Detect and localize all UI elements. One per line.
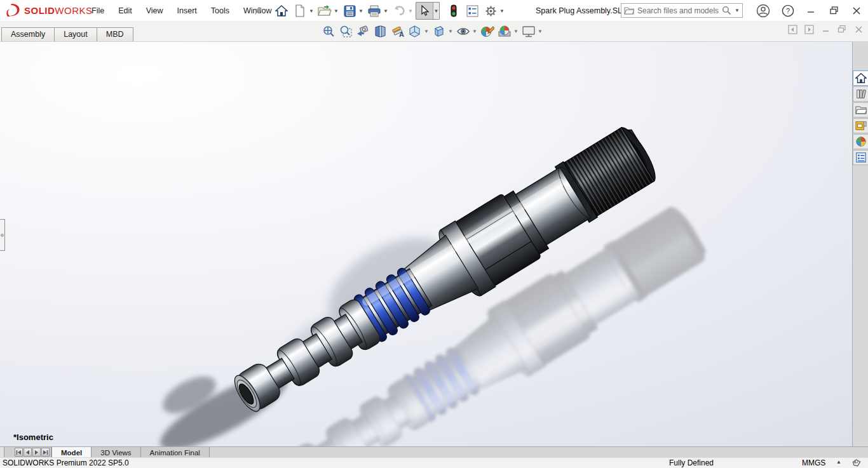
tags-icon[interactable] bbox=[851, 458, 862, 468]
window-controls: ? bbox=[776, 0, 868, 21]
save-button[interactable] bbox=[341, 2, 358, 20]
first-sheet-button[interactable] bbox=[15, 448, 23, 457]
apply-scene-icon[interactable] bbox=[496, 23, 512, 39]
select-cursor-icon[interactable] bbox=[416, 2, 433, 20]
open-dropdown[interactable]: ▼ bbox=[333, 2, 339, 20]
bottom-tab-bar: Model 3D Views Animation Final bbox=[0, 446, 868, 457]
new-document-dropdown[interactable]: ▼ bbox=[308, 2, 315, 20]
taskpane-design-library-icon[interactable] bbox=[853, 86, 868, 102]
new-document-button[interactable] bbox=[292, 2, 308, 20]
display-style-dropdown[interactable]: ▼ bbox=[448, 29, 454, 34]
headsup-view-toolbar: A ▼ ▼ ▼ ▼ ▼ bbox=[321, 23, 543, 39]
select-tool-pressed[interactable]: ▼ bbox=[416, 2, 440, 20]
dynamic-annotation-views-icon[interactable]: A bbox=[390, 23, 405, 39]
pin-menu-icon[interactable] bbox=[251, 4, 265, 18]
edit-appearance-icon[interactable] bbox=[479, 23, 495, 39]
tab-assembly[interactable]: Assembly bbox=[1, 27, 55, 41]
constraint-status-text: Fully Defined bbox=[669, 458, 714, 467]
svg-text:A: A bbox=[399, 30, 404, 38]
select-dropdown[interactable]: ▼ bbox=[433, 3, 439, 19]
taskpane-home-icon[interactable] bbox=[853, 70, 868, 86]
section-view-icon[interactable] bbox=[372, 23, 388, 39]
search-input[interactable] bbox=[637, 6, 719, 15]
view-orientation-icon[interactable] bbox=[407, 23, 423, 39]
tile-left-icon[interactable] bbox=[787, 23, 798, 35]
command-manager-row: Assembly Layout MBD A ▼ ▼ ▼ bbox=[0, 21, 868, 42]
doc-restore-icon[interactable] bbox=[836, 23, 848, 35]
zoom-to-area-icon[interactable] bbox=[338, 23, 354, 39]
close-button[interactable] bbox=[845, 0, 868, 21]
next-sheet-button[interactable] bbox=[32, 448, 41, 457]
feature-tree-collapsed-handle[interactable] bbox=[0, 219, 5, 251]
main-toolbar: ▼ ▼ ▼ ▼ ▼ ▼ ▼ bbox=[273, 1, 507, 20]
spark-plug-3d-model[interactable] bbox=[0, 42, 868, 446]
units-selector[interactable]: MMGS bbox=[802, 458, 825, 467]
last-sheet-button[interactable] bbox=[41, 448, 50, 457]
sheet-nav-buttons bbox=[4, 447, 51, 457]
evaluate-list-icon[interactable] bbox=[464, 2, 480, 20]
menu-bar: File Edit View Insert Tools Window bbox=[85, 0, 279, 21]
menu-insert[interactable]: Insert bbox=[170, 0, 204, 21]
home-button[interactable] bbox=[273, 2, 290, 20]
display-style-icon[interactable] bbox=[431, 23, 447, 39]
search-dropdown[interactable]: ▼ bbox=[735, 2, 740, 20]
search-icon[interactable] bbox=[722, 6, 731, 15]
previous-sheet-button[interactable] bbox=[24, 448, 32, 457]
search-folder-icon bbox=[624, 6, 634, 15]
doc-close-icon[interactable] bbox=[853, 23, 864, 35]
graphics-viewport[interactable]: *Isometric bbox=[0, 42, 868, 446]
undo-dropdown[interactable]: ▼ bbox=[407, 2, 414, 20]
tab-splitter-handle[interactable] bbox=[0, 447, 4, 457]
rebuild-traffic-light-icon[interactable] bbox=[445, 2, 462, 20]
print-dropdown[interactable]: ▼ bbox=[383, 2, 389, 20]
tab-model[interactable]: Model bbox=[51, 447, 92, 457]
view-orientation-dropdown[interactable]: ▼ bbox=[424, 29, 430, 34]
view-settings-dropdown[interactable]: ▼ bbox=[538, 29, 543, 34]
help-icon[interactable]: ? bbox=[776, 0, 799, 21]
title-bar: SOLIDWORKS File Edit View Insert Tools W… bbox=[0, 0, 868, 21]
view-orientation-label: *Isometric bbox=[13, 432, 53, 442]
print-button[interactable] bbox=[366, 2, 383, 20]
document-window-controls bbox=[787, 23, 864, 35]
units-dropdown-icon[interactable]: ▲ bbox=[836, 459, 841, 465]
status-bar: SOLIDWORKS Premium 2022 SP5.0 Fully Defi… bbox=[0, 457, 868, 468]
product-version-text: SOLIDWORKS Premium 2022 SP5.0 bbox=[3, 458, 129, 467]
apply-scene-dropdown[interactable]: ▼ bbox=[513, 29, 519, 34]
minimize-button[interactable] bbox=[799, 0, 822, 21]
zoom-to-fit-icon[interactable] bbox=[321, 23, 337, 39]
document-title: Spark Plug Assembly.SL... bbox=[536, 0, 628, 21]
tab-layout[interactable]: Layout bbox=[54, 27, 97, 41]
user-account-icon[interactable] bbox=[756, 4, 770, 18]
view-settings-icon[interactable] bbox=[520, 23, 536, 39]
search-box[interactable]: ▼ bbox=[621, 3, 743, 18]
options-dropdown[interactable]: ▼ bbox=[499, 2, 505, 20]
ds-swoosh-icon bbox=[5, 3, 22, 18]
taskpane-view-palette-icon[interactable] bbox=[853, 118, 868, 133]
task-pane bbox=[852, 42, 868, 446]
brand-text: SOLIDWORKS bbox=[24, 5, 93, 16]
command-manager-tabs: Assembly Layout MBD bbox=[1, 27, 133, 41]
solidworks-logo: SOLIDWORKS bbox=[5, 3, 93, 18]
taskpane-file-explorer-icon[interactable] bbox=[853, 102, 868, 117]
previous-view-icon[interactable] bbox=[355, 23, 371, 39]
svg-text:?: ? bbox=[786, 7, 790, 15]
hide-show-dropdown[interactable]: ▼ bbox=[472, 29, 478, 34]
tab-3d-views[interactable]: 3D Views bbox=[92, 447, 140, 457]
open-button[interactable] bbox=[316, 2, 333, 20]
options-gear-icon[interactable] bbox=[482, 2, 499, 20]
tab-animation-final[interactable]: Animation Final bbox=[141, 447, 210, 457]
menu-tools[interactable]: Tools bbox=[204, 0, 236, 21]
save-dropdown[interactable]: ▼ bbox=[358, 2, 364, 20]
menu-file[interactable]: File bbox=[85, 0, 111, 21]
hide-show-items-icon[interactable] bbox=[455, 23, 471, 39]
tab-mbd[interactable]: MBD bbox=[97, 27, 133, 41]
taskpane-custom-properties-icon[interactable] bbox=[853, 150, 868, 165]
taskpane-appearances-icon[interactable] bbox=[853, 134, 868, 149]
restore-button[interactable] bbox=[822, 0, 845, 21]
tile-right-icon[interactable] bbox=[803, 23, 815, 35]
undo-button[interactable] bbox=[391, 2, 407, 20]
menu-view[interactable]: View bbox=[139, 0, 170, 21]
handle-dot bbox=[1, 234, 4, 237]
doc-minimize-icon[interactable] bbox=[820, 23, 831, 35]
menu-edit[interactable]: Edit bbox=[111, 0, 139, 21]
